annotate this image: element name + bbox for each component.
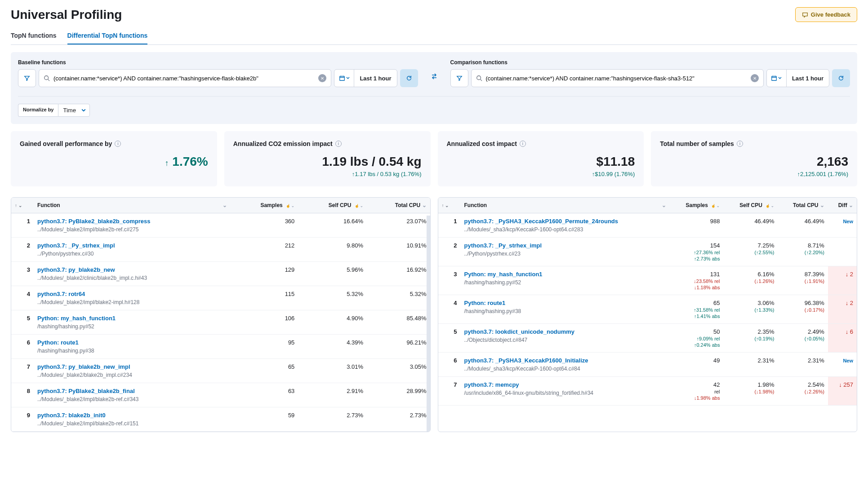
comparison-search-box[interactable]: ✕ bbox=[471, 69, 764, 87]
baseline-query-input[interactable] bbox=[53, 75, 315, 82]
function-link[interactable]: python3.7: _Py_strhex_impl bbox=[37, 242, 227, 249]
comparison-query-input[interactable] bbox=[486, 75, 747, 82]
row-self-cpu: 2.35%(↑0.19%) bbox=[723, 324, 778, 353]
baseline-search-box[interactable]: ✕ bbox=[39, 69, 331, 87]
th-samples[interactable]: Samples ☝ ⌄ bbox=[231, 198, 298, 213]
comparison-date-picker[interactable]: Last 1 hour bbox=[766, 69, 829, 87]
give-feedback-button[interactable]: Give feedback bbox=[795, 7, 857, 22]
tabs: TopN functions Differential TopN functio… bbox=[11, 27, 857, 45]
info-icon[interactable]: i bbox=[335, 141, 342, 147]
table-row: 4 python3.7: rotr64 ../Modules/_blake2/i… bbox=[11, 286, 430, 310]
row-samples: 95 bbox=[231, 335, 298, 359]
th-function[interactable]: Function ⌄ bbox=[461, 198, 670, 213]
function-path: ../Python/pystrhex.c#30 bbox=[37, 251, 227, 257]
swap-button[interactable] bbox=[425, 67, 443, 85]
row-total-cpu: 2.54%(↓2.26%) bbox=[778, 377, 828, 406]
function-link[interactable]: Python: route1 bbox=[37, 339, 227, 346]
self-delta: (↓1.26%) bbox=[727, 278, 774, 284]
row-total-cpu: 2.31% bbox=[778, 353, 828, 377]
diff-value: ↓ 2 bbox=[846, 300, 853, 306]
feedback-label: Give feedback bbox=[811, 11, 850, 18]
function-link[interactable]: python3.7: PyBlake2_blake2b_compress bbox=[37, 218, 227, 225]
row-rank: 7 bbox=[438, 377, 461, 406]
th-self-cpu[interactable]: Self CPU ☝ ⌄ bbox=[298, 198, 367, 213]
row-samples: 63 bbox=[231, 383, 298, 407]
comparison-refresh-button[interactable] bbox=[832, 69, 850, 87]
info-icon[interactable]: i bbox=[520, 141, 526, 147]
row-function-cell: Python: route1 /hashing/hashing.py#38 bbox=[461, 295, 670, 324]
row-samples: 131↓23.58% rel ↓1.18% abs bbox=[670, 266, 723, 295]
function-link[interactable]: python3.7: blake2b_init0 bbox=[37, 412, 227, 419]
function-link[interactable]: Python: my_hash_function1 bbox=[464, 271, 667, 278]
refresh-icon bbox=[838, 75, 844, 81]
diff-value: ↓ 257 bbox=[839, 381, 853, 388]
row-samples: 50↑9.09% rel ↑0.24% abs bbox=[670, 324, 723, 353]
info-icon[interactable]: i bbox=[737, 141, 743, 147]
th-diff[interactable]: Diff ⌄ bbox=[828, 198, 857, 213]
chevron-down-icon bbox=[778, 76, 782, 80]
baseline-clear-button[interactable]: ✕ bbox=[318, 74, 326, 82]
function-link[interactable]: python3.7: py_blake2b_new_impl bbox=[37, 363, 227, 370]
function-link[interactable]: python3.7: py_blake2b_new bbox=[37, 266, 227, 273]
row-function-cell: Python: my_hash_function1 /hashing/hashi… bbox=[34, 310, 231, 335]
refresh-icon bbox=[406, 75, 412, 81]
row-diff: ↓ 257 bbox=[828, 377, 857, 406]
table-row: 3 python3.7: py_blake2b_new ../Modules/_… bbox=[11, 262, 430, 286]
function-link[interactable]: Python: my_hash_function1 bbox=[37, 315, 227, 322]
row-samples: 360 bbox=[231, 213, 298, 238]
th-self-cpu[interactable]: Self CPU ☝ ⌄ bbox=[723, 198, 778, 213]
th-expand[interactable]: ↑ ⌄ bbox=[11, 198, 34, 213]
th-samples[interactable]: Samples ☝ ⌄ bbox=[670, 198, 723, 213]
stat-perf-title: Gained overall performance by bbox=[20, 140, 112, 147]
svg-point-2 bbox=[476, 76, 481, 80]
row-total-cpu: 2.73% bbox=[367, 407, 430, 432]
function-link[interactable]: python3.7: _Py_strhex_impl bbox=[464, 242, 667, 249]
row-function-cell: python3.7: blake2b_init0 ../Modules/_bla… bbox=[34, 407, 231, 432]
row-total-cpu: 96.38%(↓0.17%) bbox=[778, 295, 828, 324]
total-delta: (↑0.05%) bbox=[781, 336, 824, 341]
function-link[interactable]: python3.7: memcpy bbox=[464, 381, 667, 388]
scrollbar[interactable] bbox=[427, 216, 430, 432]
function-path: ../Modules/_blake2/blake2b_impl.c#234 bbox=[37, 372, 227, 378]
th-total-cpu[interactable]: Total CPU ⌄ bbox=[367, 198, 430, 213]
row-rank: 9 bbox=[11, 407, 34, 432]
info-icon[interactable]: i bbox=[115, 141, 121, 147]
function-link[interactable]: python3.7: _PySHA3_KeccakP1600_Permute_2… bbox=[464, 218, 667, 225]
row-function-cell: python3.7: _PySHA3_KeccakP1600_Permute_2… bbox=[461, 213, 670, 238]
baseline-date-picker[interactable]: Last 1 hour bbox=[334, 69, 397, 87]
baseline-calendar-button[interactable] bbox=[334, 70, 354, 87]
function-link[interactable]: python3.7: _PySHA3_KeccakP1600_Initializ… bbox=[464, 357, 667, 364]
function-path: /hashing/hashing.py#52 bbox=[464, 279, 667, 286]
function-link[interactable]: Python: route1 bbox=[464, 300, 667, 306]
self-delta: (↓1.98%) bbox=[727, 389, 774, 394]
table-row: 6 Python: route1 /hashing/hashing.py#38 … bbox=[11, 335, 430, 359]
comparison-filter-button[interactable] bbox=[450, 69, 468, 87]
tab-differential-topn-functions[interactable]: Differential TopN functions bbox=[67, 27, 148, 44]
baseline-filter-button[interactable] bbox=[18, 69, 36, 87]
row-function-cell: python3.7: rotr64 ../Modules/_blake2/imp… bbox=[34, 286, 231, 310]
comparison-date-text: Last 1 hour bbox=[787, 70, 829, 87]
comparison-calendar-button[interactable] bbox=[767, 70, 787, 87]
function-link[interactable]: python3.7: rotr64 bbox=[37, 291, 227, 297]
svg-rect-3 bbox=[772, 76, 777, 81]
function-path: /hashing/hashing.py#38 bbox=[464, 308, 667, 314]
function-link[interactable]: python3.7: lookdict_unicode_nodummy bbox=[464, 328, 667, 335]
th-function[interactable]: Function ⌄ bbox=[34, 198, 231, 213]
samples-abs: ↓1.98% abs bbox=[673, 395, 720, 401]
comparison-clear-button[interactable]: ✕ bbox=[751, 74, 759, 82]
chevron-down-icon bbox=[81, 108, 86, 113]
baseline-refresh-button[interactable] bbox=[400, 69, 418, 87]
row-total-cpu: 46.49% bbox=[778, 213, 828, 238]
row-total-cpu: 96.21% bbox=[367, 335, 430, 359]
row-total-cpu: 16.92% bbox=[367, 262, 430, 286]
normalize-by-select[interactable]: Time bbox=[58, 104, 89, 117]
table-row: 7 python3.7: memcpy /usr/include/x86_64-… bbox=[438, 377, 857, 406]
row-self-cpu: 16.64% bbox=[298, 213, 367, 238]
th-total-cpu[interactable]: Total CPU ⌄ bbox=[778, 198, 828, 213]
function-path: ../Modules/_blake2/impl/blake2b-ref.c#27… bbox=[37, 226, 227, 233]
th-expand[interactable]: ↑ ⌄ bbox=[438, 198, 461, 213]
function-link[interactable]: python3.7: PyBlake2_blake2b_final bbox=[37, 388, 227, 394]
row-rank: 6 bbox=[438, 353, 461, 377]
tab-topn-functions[interactable]: TopN functions bbox=[11, 27, 57, 44]
function-path: /hashing/hashing.py#52 bbox=[37, 323, 227, 330]
